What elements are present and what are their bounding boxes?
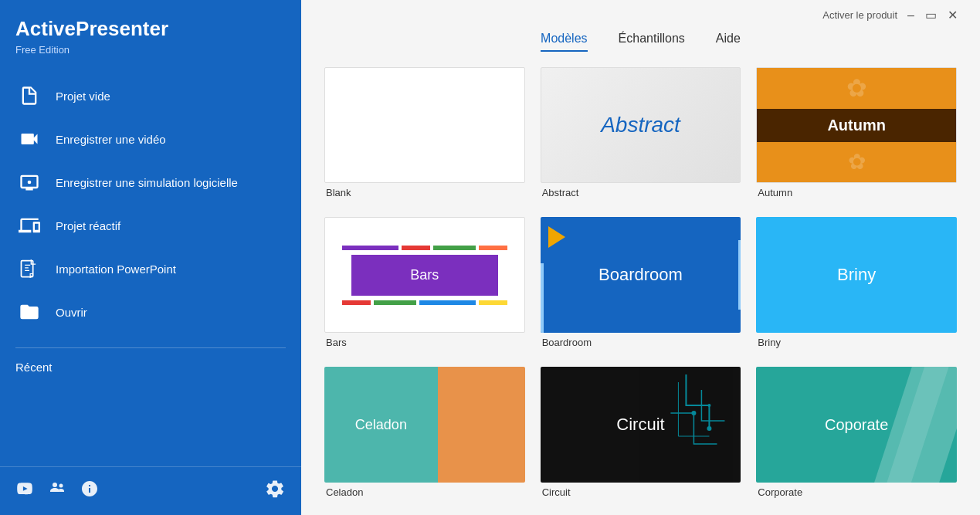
templates-grid: Blank Abstract Abstract ✿ Autumn ✿	[301, 52, 980, 515]
template-name-corporate: Corporate	[756, 486, 957, 498]
ppt-icon: P	[15, 255, 43, 283]
sidebar-divider	[15, 347, 286, 348]
topbar-right: Activer le produit – ▭ ✕	[822, 6, 961, 24]
info-icon[interactable]	[80, 479, 99, 503]
minimize-button[interactable]: –	[904, 6, 918, 24]
svg-point-3	[59, 484, 63, 488]
activate-label: Activer le produit	[822, 9, 897, 21]
corporate-preview-text: Coporate	[825, 416, 888, 434]
tab-echantillons[interactable]: Échantillons	[619, 32, 685, 52]
briny-preview-text: Briny	[837, 265, 876, 285]
circuit-preview-text: Circuit	[616, 415, 664, 435]
video-icon	[15, 125, 43, 153]
sidebar-item-sim[interactable]: Enregistrer une simulation logicielle	[0, 161, 301, 204]
youtube-icon[interactable]	[15, 479, 34, 503]
template-celadon[interactable]: Celadon Celadon	[324, 367, 525, 498]
nav-tabs: Modèles Échantillons Aide	[301, 24, 980, 52]
sidebar-label-sim: Enregistrer une simulation logicielle	[56, 176, 238, 189]
template-thumb-corporate: Coporate	[756, 367, 957, 483]
sidebar-label-ppt: Importation PowerPoint	[56, 263, 176, 276]
sidebar-label-ouvrir: Ouvrir	[56, 306, 87, 319]
template-briny[interactable]: Briny Briny	[756, 217, 957, 348]
app-title: ActivePresenter	[0, 0, 301, 44]
tab-modeles[interactable]: Modèles	[541, 32, 587, 52]
template-thumb-celadon: Celadon	[324, 367, 525, 483]
responsive-icon	[15, 212, 43, 239]
template-thumb-autumn: ✿ Autumn ✿	[756, 67, 957, 183]
sidebar-item-reactif[interactable]: Projet réactif	[0, 204, 301, 247]
settings-icon[interactable]	[264, 478, 286, 504]
template-bars[interactable]: Bars Bars	[324, 217, 525, 348]
sidebar-recent-label: Récent	[0, 356, 301, 380]
open-icon	[15, 298, 43, 326]
celadon-preview-text: Celadon	[324, 367, 438, 483]
community-icon[interactable]	[48, 479, 66, 503]
template-name-blank: Blank	[324, 187, 525, 198]
sidebar-item-video[interactable]: Enregistrer une vidéo	[0, 117, 301, 161]
sidebar-item-ppt[interactable]: P Importation PowerPoint	[0, 247, 301, 290]
template-abstract[interactable]: Abstract Abstract	[541, 67, 741, 198]
template-autumn[interactable]: ✿ Autumn ✿ Autumn	[756, 67, 957, 198]
template-name-boardroom: Boardroom	[541, 337, 741, 348]
template-name-celadon: Celadon	[324, 486, 525, 498]
restore-button[interactable]: ▭	[921, 6, 941, 24]
boardroom-arrow-icon	[548, 226, 565, 248]
app-edition: Free Edition	[0, 44, 301, 68]
sidebar-label-reactif: Projet réactif	[56, 219, 120, 232]
template-name-abstract: Abstract	[541, 187, 741, 198]
sidebar-label-video: Enregistrer une vidéo	[56, 133, 166, 146]
celadon-right	[438, 367, 525, 483]
svg-point-2	[53, 483, 57, 487]
footer-icons	[15, 479, 99, 503]
file-icon	[15, 82, 43, 110]
template-name-autumn: Autumn	[756, 187, 957, 198]
boardroom-line	[541, 263, 544, 333]
template-thumb-abstract: Abstract	[541, 67, 741, 183]
sidebar-label-nouveau: Projet vide	[56, 90, 110, 103]
svg-point-7	[707, 404, 710, 407]
template-circuit[interactable]: Circuit Circuit	[541, 367, 741, 498]
template-corporate[interactable]: Coporate Corporate	[756, 367, 957, 498]
sidebar-menu: Projet vide Enregistrer une vidéo Enregi…	[0, 68, 301, 340]
close-button[interactable]: ✕	[944, 6, 961, 24]
template-name-circuit: Circuit	[541, 486, 741, 498]
template-thumb-blank	[324, 67, 525, 183]
template-boardroom[interactable]: Boardroom Boardroom	[541, 217, 741, 348]
topbar: Activer le produit – ▭ ✕	[301, 0, 980, 24]
template-blank[interactable]: Blank	[324, 67, 525, 198]
template-name-bars: Bars	[324, 337, 525, 348]
svg-text:P: P	[29, 273, 34, 280]
template-name-briny: Briny	[756, 337, 957, 348]
svg-point-6	[691, 411, 696, 415]
topbar-actions: – ▭ ✕	[904, 6, 961, 24]
svg-point-5	[707, 426, 711, 431]
template-thumb-briny: Briny	[756, 217, 957, 333]
sidebar: ActivePresenter Free Edition Projet vide…	[0, 0, 301, 515]
sidebar-footer	[0, 466, 301, 515]
sidebar-item-ouvrir[interactable]: Ouvrir	[0, 290, 301, 334]
main-content: Activer le produit – ▭ ✕ Modèles Échanti…	[301, 0, 980, 515]
boardroom-preview-text: Boardroom	[599, 265, 683, 285]
screen-icon	[15, 168, 43, 196]
abstract-preview-text: Abstract	[601, 113, 680, 137]
template-thumb-bars: Bars	[324, 217, 525, 333]
tab-aide[interactable]: Aide	[716, 32, 741, 52]
sidebar-item-nouveau[interactable]: Projet vide	[0, 74, 301, 117]
template-thumb-boardroom: Boardroom	[541, 217, 741, 333]
template-thumb-circuit: Circuit	[541, 367, 741, 483]
